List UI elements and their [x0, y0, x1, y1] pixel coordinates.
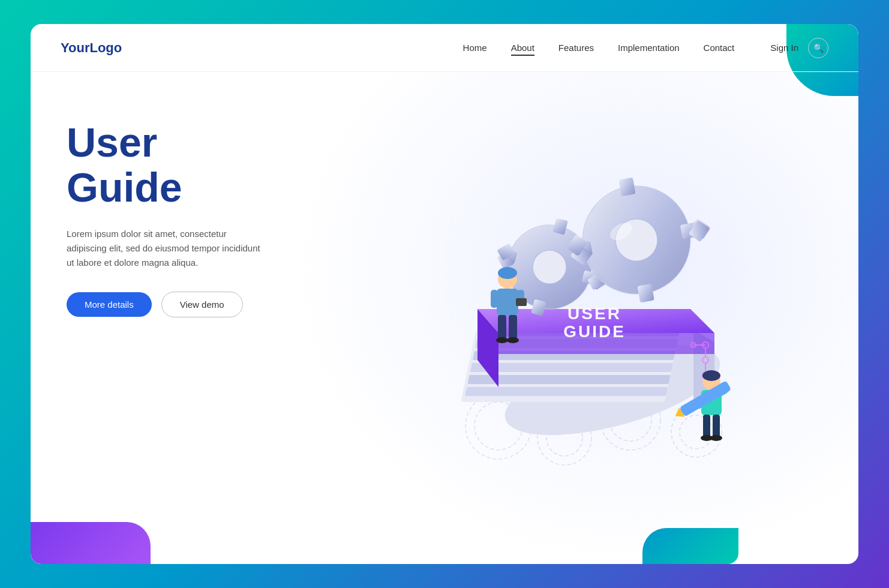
svg-text:GUIDE: GUIDE: [563, 322, 626, 341]
bottom-accent-left: [31, 522, 151, 564]
svg-rect-66: [703, 415, 710, 437]
search-icon: 🔍: [813, 43, 824, 53]
svg-rect-15: [465, 387, 668, 396]
svg-text:USER: USER: [567, 304, 621, 323]
svg-rect-67: [713, 415, 720, 437]
svg-rect-56: [498, 315, 506, 339]
hero-description: Lorem ipsum dolor sit amet, consectetur …: [67, 227, 265, 270]
signin-link[interactable]: Sign In: [770, 43, 798, 53]
bottom-accent-right: [642, 528, 738, 564]
svg-point-59: [507, 337, 519, 343]
logo: YourLogo: [61, 40, 122, 56]
nav-features[interactable]: Features: [558, 43, 594, 53]
nav-links: Home About Features Implementation Conta…: [463, 43, 735, 53]
svg-point-51: [498, 267, 517, 279]
view-demo-button[interactable]: View demo: [161, 292, 243, 317]
nav-right: Sign In 🔍: [770, 38, 828, 58]
svg-rect-52: [497, 289, 518, 316]
illustration-svg: USER GUIDE: [379, 168, 774, 480]
main-content: User Guide Lorem ipsum dolor sit amet, c…: [31, 72, 858, 564]
svg-rect-42: [637, 284, 654, 303]
svg-point-58: [496, 337, 508, 343]
navbar: YourLogo Home About Features Implementat…: [31, 24, 858, 72]
svg-point-69: [710, 435, 722, 441]
left-panel: User Guide Lorem ipsum dolor sit amet, c…: [31, 72, 295, 564]
svg-rect-57: [509, 315, 517, 339]
right-panel: USER GUIDE: [295, 72, 858, 564]
nav-contact[interactable]: Contact: [704, 43, 735, 53]
svg-rect-53: [491, 290, 498, 308]
nav-implementation[interactable]: Implementation: [618, 43, 680, 53]
svg-rect-41: [618, 177, 635, 196]
svg-point-61: [702, 370, 720, 381]
svg-rect-13: [470, 363, 673, 372]
hero-title: User Guide: [67, 120, 265, 210]
main-card: YourLogo Home About Features Implementat…: [31, 24, 858, 564]
more-details-button[interactable]: More details: [67, 292, 152, 317]
illustration-wrapper: USER GUIDE: [295, 84, 858, 564]
search-button[interactable]: 🔍: [808, 38, 828, 58]
nav-about[interactable]: About: [511, 43, 534, 53]
nav-home[interactable]: Home: [463, 43, 487, 53]
svg-rect-55: [516, 298, 527, 306]
button-row: More details View demo: [67, 292, 265, 317]
